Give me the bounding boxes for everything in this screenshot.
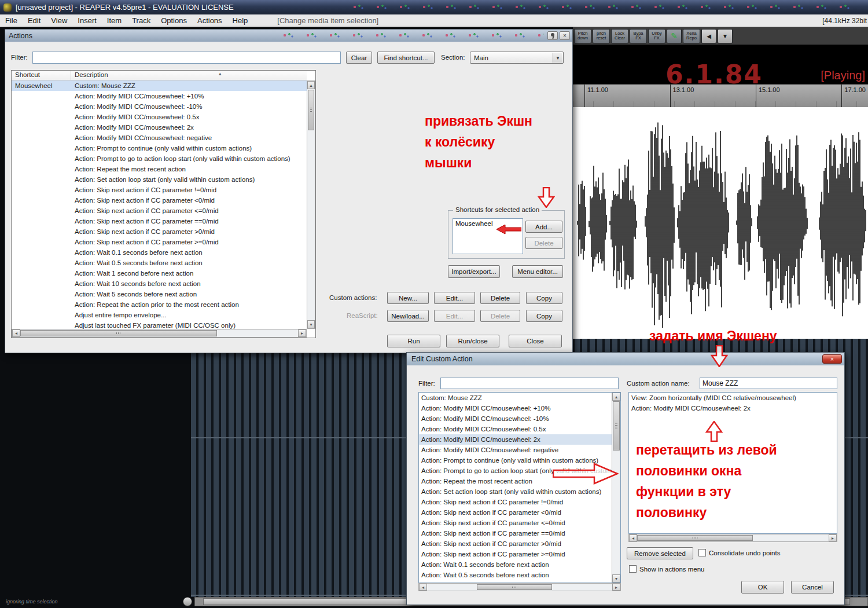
list-item[interactable]: Action: Modify MIDI CC/mousewheel: 2x: [419, 434, 612, 445]
scroll-right-button[interactable]: ▸: [612, 584, 620, 591]
table-horizontal-scrollbar[interactable]: ◂ ▸: [12, 329, 307, 338]
import-export-button[interactable]: Import/export...: [448, 265, 500, 278]
dialog-title-bar[interactable]: Edit Custom Action ×: [407, 353, 844, 365]
list-item[interactable]: Action: Modify MIDI CC/mousewheel: 2x: [629, 403, 837, 413]
scroll-up-button[interactable]: ▴: [612, 393, 620, 401]
dialog-filter-input[interactable]: [440, 378, 619, 389]
list-item[interactable]: Action: Modify MIDI CC/mousewheel: +10%: [419, 403, 612, 413]
run-button[interactable]: Run: [387, 335, 440, 347]
menu-item[interactable]: Edit: [23, 16, 46, 25]
delete-shortcut-button[interactable]: Delete: [525, 237, 562, 249]
list-item[interactable]: Action: Modify MIDI CC/mousewheel: negat…: [419, 445, 612, 455]
custom-action-name-input[interactable]: [700, 378, 837, 389]
table-row[interactable]: Action: Skip next action if CC parameter…: [12, 206, 307, 216]
section-dropdown[interactable]: Main ▾: [470, 52, 564, 64]
menu-item[interactable]: Insert: [72, 16, 102, 25]
scrollbar-thumb[interactable]: [20, 330, 217, 336]
table-row[interactable]: Action: Prompt to go to action loop star…: [12, 153, 307, 164]
custom-action-button[interactable]: New...: [387, 292, 429, 304]
list-item[interactable]: Action: Modify MIDI CC/mousewheel: 0.5x: [419, 424, 612, 434]
table-row[interactable]: Action: Modify MIDI CC/mousewheel: 2x: [12, 122, 307, 133]
consolidate-undo-checkbox[interactable]: Consolidate undo points: [698, 549, 780, 556]
toolbar-button[interactable]: Bypa FX: [630, 29, 647, 43]
actions-window-title-bar[interactable]: Actions ×: [5, 30, 572, 42]
table-row[interactable]: Action: Wait 10 seconds before next acti…: [12, 279, 307, 289]
list-item[interactable]: Action: Set action loop start (only vali…: [419, 486, 612, 497]
list-item[interactable]: Action: Skip next action if CC parameter…: [419, 528, 612, 539]
custom-action-button[interactable]: Copy: [526, 292, 562, 304]
table-row[interactable]: Action: Skip next action if CC parameter…: [12, 216, 307, 226]
scroll-up-button[interactable]: ▴: [307, 81, 315, 89]
timeline-ruler[interactable]: 11.1.0013.1.0015.1.0017.1.00: [573, 84, 868, 107]
toolbar-button-xena[interactable]: Xena Repo: [683, 29, 700, 43]
toolbar-button[interactable]: Pitch down: [574, 29, 591, 43]
add-shortcut-button[interactable]: Add...: [525, 221, 562, 233]
table-row[interactable]: Action: Skip next action if CC parameter…: [12, 237, 307, 247]
column-header-description[interactable]: Description ▴: [71, 71, 307, 80]
scroll-left-button[interactable]: ◂: [12, 329, 20, 337]
scroll-left-button[interactable]: ◂: [419, 584, 427, 591]
column-header-shortcut[interactable]: Shortcut: [12, 71, 71, 80]
list-item[interactable]: Action: Skip next action if CC parameter…: [419, 549, 612, 559]
table-row[interactable]: Action: Modify MIDI CC/mousewheel: +10%: [12, 91, 307, 101]
table-row[interactable]: Action: Wait 1 second before next action: [12, 268, 307, 279]
menu-editor-button[interactable]: Menu editor...: [512, 265, 563, 278]
close-button[interactable]: ×: [822, 354, 842, 364]
waveform-display[interactable]: [573, 107, 868, 339]
table-row[interactable]: Adjust last touched FX parameter (MIDI C…: [12, 320, 307, 329]
list-item[interactable]: Action: Modify MIDI CC/mousewheel: -10%: [419, 413, 612, 424]
close-button[interactable]: Close: [509, 335, 562, 347]
table-row[interactable]: Action: Wait 5 seconds before next actio…: [12, 289, 307, 299]
table-row[interactable]: Action: Set action loop start (only vali…: [12, 174, 307, 185]
menu-item[interactable]: View: [46, 16, 72, 25]
table-row[interactable]: Mousewheel Custom: Mouse ZZZ: [12, 80, 307, 91]
menu-item[interactable]: File: [0, 16, 23, 25]
table-row[interactable]: Action: Wait 0.5 seconds before next act…: [12, 258, 307, 268]
table-vertical-scrollbar[interactable]: ▴ ▾: [307, 80, 315, 329]
table-row[interactable]: Action: Skip next action if CC parameter…: [12, 195, 307, 206]
scrollbar-thumb[interactable]: [613, 401, 620, 450]
nav-down-button[interactable]: ▼: [718, 29, 733, 43]
table-row[interactable]: Action: Modify MIDI CC/mousewheel: -10%: [12, 101, 307, 112]
list-item[interactable]: View: Zoom horizontally (MIDI CC relativ…: [629, 393, 837, 403]
list-item[interactable]: Action: Skip next action if CC parameter…: [419, 497, 612, 507]
table-row[interactable]: Action: Modify MIDI CC/mousewheel: negat…: [12, 133, 307, 143]
table-row[interactable]: Action: Prompt to continue (only valid w…: [12, 143, 307, 153]
close-button[interactable]: ×: [560, 31, 570, 40]
table-row[interactable]: Action: Modify MIDI CC/mousewheel: 0.5x: [12, 112, 307, 122]
toolbar-button[interactable]: Lock Clear: [611, 29, 628, 43]
table-row[interactable]: Adjust entire tempo envelope...: [12, 310, 307, 320]
scrollbar-thumb[interactable]: [477, 584, 552, 590]
table-row[interactable]: Action: Wait 0.1 seconds before next act…: [12, 247, 307, 258]
scroll-down-button[interactable]: ▾: [612, 574, 620, 583]
scrollbar-thumb[interactable]: [637, 535, 753, 541]
reascript-button[interactable]: Edit...: [434, 310, 475, 322]
filter-input[interactable]: [32, 52, 341, 64]
run-close-button[interactable]: Run/close: [446, 335, 499, 347]
ok-button[interactable]: OK: [741, 581, 784, 594]
scroll-down-button[interactable]: ▾: [307, 320, 315, 328]
menu-item[interactable]: Item: [102, 16, 127, 25]
menu-item[interactable]: Track: [127, 16, 156, 25]
reascript-button[interactable]: Copy: [526, 310, 562, 322]
find-shortcut-button[interactable]: Find shortcut...: [377, 52, 435, 64]
pin-button[interactable]: [547, 31, 558, 40]
reascript-button[interactable]: Delete: [480, 310, 520, 322]
custom-action-button[interactable]: Delete: [480, 292, 520, 304]
remove-selected-button[interactable]: Remove selected: [627, 547, 693, 559]
scroll-left-button[interactable]: ◂: [629, 534, 637, 541]
table-row[interactable]: Action: Skip next action if CC parameter…: [12, 185, 307, 195]
list-item[interactable]: Action: Wait 0.5 seconds before next act…: [419, 570, 612, 580]
zoom-knob[interactable]: [183, 597, 192, 606]
table-row[interactable]: Action: Repeat the action prior to the m…: [12, 299, 307, 310]
list-item[interactable]: Action: Wait 0.1 seconds before next act…: [419, 559, 612, 570]
scroll-right-button[interactable]: ▸: [298, 329, 306, 337]
menu-item[interactable]: Help: [227, 16, 253, 25]
list-item[interactable]: Action: Skip next action if CC parameter…: [419, 539, 612, 549]
list-item[interactable]: Custom: Mouse ZZZ: [419, 393, 612, 403]
window-title-bar[interactable]: [unsaved project] - REAPER v4.55pre1 - E…: [0, 0, 868, 14]
pencil-tool-button[interactable]: ✎: [667, 29, 682, 43]
table-row[interactable]: Action: Repeat the most recent action: [12, 164, 307, 174]
list-horizontal-scrollbar[interactable]: ◂ ▸: [628, 534, 837, 542]
scrollbar-thumb[interactable]: [308, 90, 314, 130]
